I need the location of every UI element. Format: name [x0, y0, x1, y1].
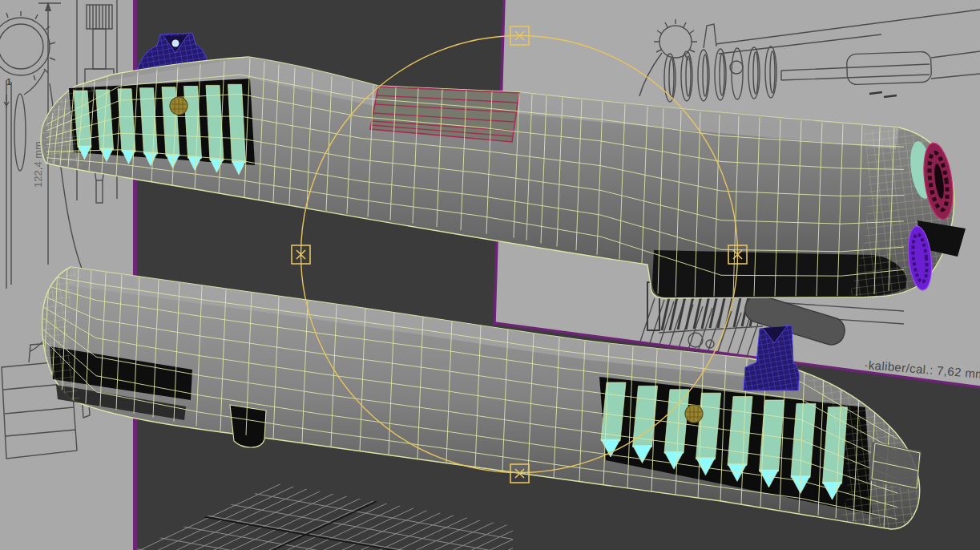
sight-dot [172, 40, 179, 47]
blueprint-part-number: 1 [6, 77, 11, 87]
viewport[interactable]: 1 122,4 mm [0, 0, 980, 550]
spring-plug [230, 405, 266, 447]
viewport-canvas[interactable]: 1 122,4 mm [0, 0, 980, 550]
